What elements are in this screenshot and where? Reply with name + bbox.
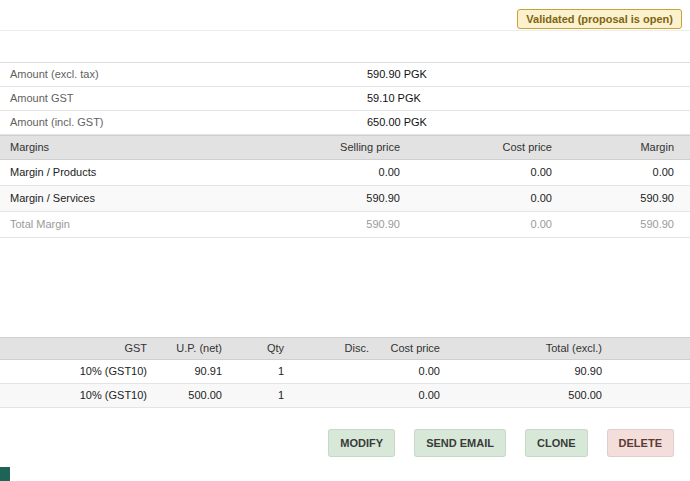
corner-marker xyxy=(0,467,10,481)
table-row: Amount (incl. GST) 650.00 PGK xyxy=(0,111,690,135)
table-row: 10% (GST10) 90.91 1 0.00 90.90 xyxy=(0,360,690,384)
line-actions xyxy=(610,360,690,384)
line-qty: 1 xyxy=(230,384,292,408)
total-margin-margin: 590.90 xyxy=(562,212,690,238)
line-disc xyxy=(292,384,377,408)
line-gst: 10% (GST10) xyxy=(60,360,155,384)
margin-products-cost: 0.00 xyxy=(410,160,562,186)
lines-table: GST U.P. (net) Qty Disc. Cost price Tota… xyxy=(0,337,690,408)
clone-button[interactable]: CLONE xyxy=(525,429,588,457)
lines-header-actions xyxy=(610,338,690,360)
lines-header-qty: Qty xyxy=(230,338,292,360)
lines-header-gst: GST xyxy=(60,338,155,360)
line-up-net: 500.00 xyxy=(155,384,230,408)
line-total-excl: 500.00 xyxy=(448,384,610,408)
line-up-net: 90.91 xyxy=(155,360,230,384)
line-disc xyxy=(292,360,377,384)
total-margin-label: Total Margin xyxy=(0,212,170,238)
lines-header-total-excl: Total (excl.) xyxy=(448,338,610,360)
lines-header-up-net: U.P. (net) xyxy=(155,338,230,360)
send-email-button[interactable]: SEND EMAIL xyxy=(414,429,506,457)
lines-header-desc xyxy=(0,338,60,360)
total-margin-cost: 0.00 xyxy=(410,212,562,238)
table-row: Margin / Services 590.90 0.00 590.90 xyxy=(0,186,690,212)
table-row: Total Margin 590.90 0.00 590.90 xyxy=(0,212,690,238)
total-margin-selling: 590.90 xyxy=(170,212,410,238)
margins-header-title: Margins xyxy=(0,136,170,160)
lines-header-cost-price: Cost price xyxy=(377,338,448,360)
margins-header-row: Margins Selling price Cost price Margin xyxy=(0,136,690,160)
margin-services-label: Margin / Services xyxy=(0,186,170,212)
line-actions xyxy=(610,384,690,408)
amount-incl-gst-label: Amount (incl. GST) xyxy=(0,111,365,135)
margin-products-selling: 0.00 xyxy=(170,160,410,186)
line-total-excl: 90.90 xyxy=(448,360,610,384)
line-cost-price: 0.00 xyxy=(377,384,448,408)
amount-excl-tax-label: Amount (excl. tax) xyxy=(0,63,365,87)
totals-table: Amount (excl. tax) 590.90 PGK Amount GST… xyxy=(0,62,690,135)
margins-header-cost-price: Cost price xyxy=(410,136,562,160)
lines-header-row: GST U.P. (net) Qty Disc. Cost price Tota… xyxy=(0,338,690,360)
delete-button[interactable]: DELETE xyxy=(607,429,674,457)
modify-button[interactable]: MODIFY xyxy=(328,429,395,457)
action-bar: MODIFY SEND EMAIL CLONE DELETE xyxy=(0,429,690,457)
margins-table: Margins Selling price Cost price Margin … xyxy=(0,135,690,238)
status-badge: Validated (proposal is open) xyxy=(517,9,682,29)
line-gst: 10% (GST10) xyxy=(60,384,155,408)
table-row: 10% (GST10) 500.00 1 0.00 500.00 xyxy=(0,384,690,408)
margins-header-selling-price: Selling price xyxy=(170,136,410,160)
table-row: Amount GST 59.10 PGK xyxy=(0,87,690,111)
table-row: Margin / Products 0.00 0.00 0.00 xyxy=(0,160,690,186)
line-qty: 1 xyxy=(230,360,292,384)
margin-services-selling: 590.90 xyxy=(170,186,410,212)
lines-header-disc: Disc. xyxy=(292,338,377,360)
amount-incl-gst-value: 650.00 PGK xyxy=(365,111,690,135)
amount-excl-tax-value: 590.90 PGK xyxy=(365,63,690,87)
amount-gst-label: Amount GST xyxy=(0,87,365,111)
margin-products-margin: 0.00 xyxy=(562,160,690,186)
table-row: Amount (excl. tax) 590.90 PGK xyxy=(0,63,690,87)
margin-services-cost: 0.00 xyxy=(410,186,562,212)
line-desc xyxy=(0,384,60,408)
line-cost-price: 0.00 xyxy=(377,360,448,384)
margins-header-margin: Margin xyxy=(562,136,690,160)
header-divider xyxy=(0,30,690,31)
line-desc xyxy=(0,360,60,384)
amount-gst-value: 59.10 PGK xyxy=(365,87,690,111)
margin-products-label: Margin / Products xyxy=(0,160,170,186)
margin-services-margin: 590.90 xyxy=(562,186,690,212)
